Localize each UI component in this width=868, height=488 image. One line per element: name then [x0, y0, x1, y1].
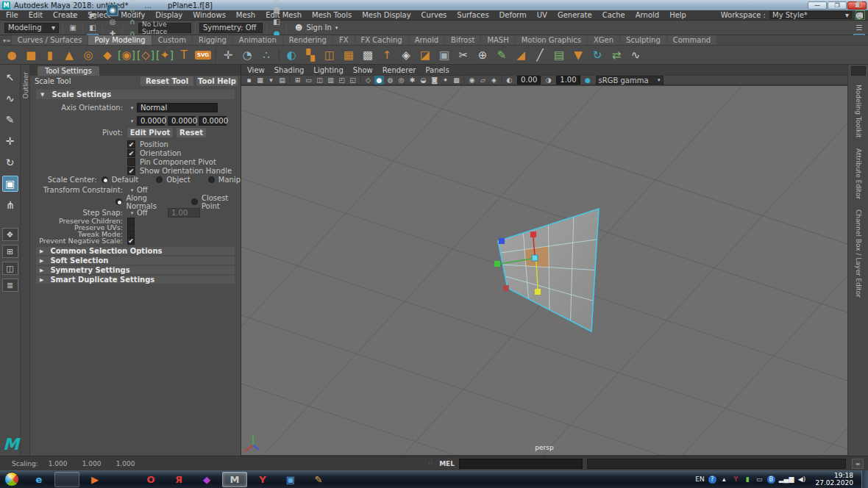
checkbox[interactable]	[127, 158, 135, 166]
panel-menu-item[interactable]: Panels	[425, 66, 449, 74]
construction-history-icon[interactable]: ∩	[127, 16, 138, 28]
outliner-panel-tab[interactable]: Outliner	[21, 65, 30, 456]
show-desktop-button[interactable]	[861, 470, 868, 488]
camera-lock-icon[interactable]: ▪	[244, 76, 254, 85]
scale-tool-icon[interactable]: ▣	[2, 176, 18, 192]
poly-torus-icon[interactable]: ◎	[79, 46, 97, 64]
lighting-all-icon[interactable]: ✱	[408, 76, 417, 85]
camera-attributes-icon[interactable]: ▦	[255, 76, 265, 85]
workspace-selector[interactable]: My Style* ▾	[769, 11, 852, 19]
language-indicator[interactable]: EN	[695, 476, 704, 483]
command-line-input[interactable]	[459, 459, 583, 469]
chevron-down-icon[interactable]: ▾	[127, 105, 137, 111]
pplane1-mesh[interactable]	[498, 209, 599, 331]
shaded-mode-icon[interactable]: ●	[374, 76, 384, 85]
wireframe-on-shaded-icon[interactable]: ◈	[489, 76, 499, 85]
attribute-editor-icon[interactable]: ☰	[853, 22, 865, 34]
gem-app-icon[interactable]: ◆	[194, 472, 219, 487]
multisample-icon[interactable]: ▩	[452, 76, 461, 85]
network-tray-icon[interactable]: ▂▄▆	[779, 476, 794, 483]
quad-draw-icon[interactable]: ✎	[493, 46, 511, 64]
image-plane-icon[interactable]: ▤	[277, 76, 287, 85]
field-chart-icon[interactable]: ◰	[337, 76, 346, 85]
lasso-select-tool-icon[interactable]: ∿	[2, 90, 18, 107]
menu-item[interactable]: UV	[537, 11, 547, 19]
menu-item[interactable]: Curves	[421, 11, 447, 19]
scale-neg-y-handle[interactable]	[535, 289, 541, 295]
resolution-gate-icon[interactable]: ◫	[315, 76, 324, 85]
shelf-tab[interactable]: XGen	[588, 35, 619, 45]
shelf-tab[interactable]: Motion Graphics	[516, 35, 587, 45]
smooth-icon[interactable]: ▦	[340, 46, 357, 64]
yandex-browser-icon[interactable]: Я	[166, 472, 191, 487]
sphere-project-icon[interactable]: ◐	[282, 46, 300, 64]
output-connections-icon[interactable]: ∪	[127, 4, 138, 16]
shelf-editor-icon[interactable]: ≡	[6, 37, 11, 44]
shelf-separator[interactable]: │	[277, 46, 281, 64]
rotate-tool-icon[interactable]: ↻	[2, 154, 18, 171]
bridge-icon[interactable]: ▣	[435, 46, 453, 64]
shadows-icon[interactable]: ◒	[419, 76, 428, 85]
paint-app-icon[interactable]: ✎	[306, 472, 331, 487]
color-management-icon[interactable]: ●	[583, 76, 593, 85]
bookmark-icon[interactable]: ▾	[266, 76, 276, 85]
menu-item[interactable]: Mesh Display	[362, 11, 410, 19]
exposure-field[interactable]: 0.00	[517, 76, 541, 85]
ao-icon[interactable]: ◙	[430, 76, 439, 85]
mirror-icon[interactable]: ◈	[397, 46, 415, 64]
shelf-tab[interactable]: MASH	[481, 35, 514, 45]
shelf-tab[interactable]: Custom	[152, 35, 192, 45]
collapsed-section-header[interactable]: ▶ Common Selection Options	[36, 247, 235, 255]
shelf-tab[interactable]: Rendering	[283, 35, 332, 45]
menu-item[interactable]: Arnold	[636, 11, 659, 19]
xray-icon[interactable]: ▱	[478, 76, 488, 85]
file-explorer-icon[interactable]	[54, 472, 79, 487]
live-surface-field[interactable]: No Live Surface	[138, 23, 191, 33]
checkbox[interactable]: ✔	[127, 167, 135, 175]
paint-select-tool-icon[interactable]: ✎	[2, 112, 18, 128]
menu-item[interactable]: File	[6, 11, 18, 19]
separate-icon[interactable]: ◫	[321, 46, 338, 64]
chevron-down-icon[interactable]: ▾	[127, 210, 137, 216]
shelf-separator[interactable]: │	[213, 46, 218, 64]
layout-four-pane-icon[interactable]: ⊞	[2, 245, 18, 258]
menu-item[interactable]: Surfaces	[457, 11, 488, 19]
vp-separator[interactable]: │	[463, 76, 466, 85]
radio-button[interactable]	[156, 176, 163, 183]
shelf-tab[interactable]: Bifrost	[445, 35, 480, 45]
chrome-icon[interactable]	[110, 472, 135, 487]
modeling-toolkit-icon[interactable]: ◧	[853, 0, 865, 10]
maya-taskbar-icon[interactable]: M	[222, 472, 247, 487]
gamma-field[interactable]: 1.00	[556, 76, 580, 85]
time-marker-icon[interactable]: ◔	[238, 46, 256, 64]
poly-cube-icon[interactable]: ■	[22, 46, 40, 64]
menu-item[interactable]: Mesh Tools	[312, 11, 352, 19]
menu-item[interactable]: Cache	[602, 11, 625, 19]
grid-toggle-icon[interactable]: ⊞	[293, 76, 302, 85]
snap-projected-icon[interactable]: ◎	[107, 16, 118, 28]
reduce-icon[interactable]: ▼	[569, 46, 587, 64]
layout-single-pane-icon[interactable]: ❖	[2, 228, 18, 241]
isolate-select-icon[interactable]: ◉	[467, 76, 477, 85]
crease-icon[interactable]: ◢	[512, 46, 530, 64]
shelf-tab[interactable]: Curves / Surfaces	[12, 35, 88, 45]
step-snap-value[interactable]: Off	[137, 209, 168, 217]
gate-mask-icon[interactable]: ▥	[326, 76, 335, 85]
media-player-icon[interactable]: ▶	[82, 472, 107, 487]
select-object-icon[interactable]: ◧	[87, 22, 99, 34]
display-tray-icon[interactable]: ▭	[755, 476, 764, 483]
shelf-tab[interactable]: Animation	[233, 35, 282, 45]
reset-pivot-button[interactable]: Reset	[177, 128, 206, 137]
help-tray-icon[interactable]: ?	[708, 476, 716, 484]
vp-separator[interactable]: │	[359, 76, 362, 85]
checkbox[interactable]: ✔	[127, 237, 135, 245]
scale-z-field[interactable]: 0.0000	[199, 116, 227, 126]
origin-coords-icon[interactable]: ∴	[257, 46, 275, 64]
poly-cone-icon[interactable]: ▲	[60, 46, 78, 64]
exposure-icon[interactable]: ◐	[505, 76, 514, 85]
menu-item[interactable]: Help	[669, 11, 686, 19]
open-scene-icon[interactable]: ▱	[67, 10, 79, 22]
scale-x-handle[interactable]	[494, 261, 500, 267]
move-tool-icon[interactable]: ✛	[2, 133, 18, 149]
platonic-solid-icon[interactable]: ◇	[137, 46, 154, 64]
